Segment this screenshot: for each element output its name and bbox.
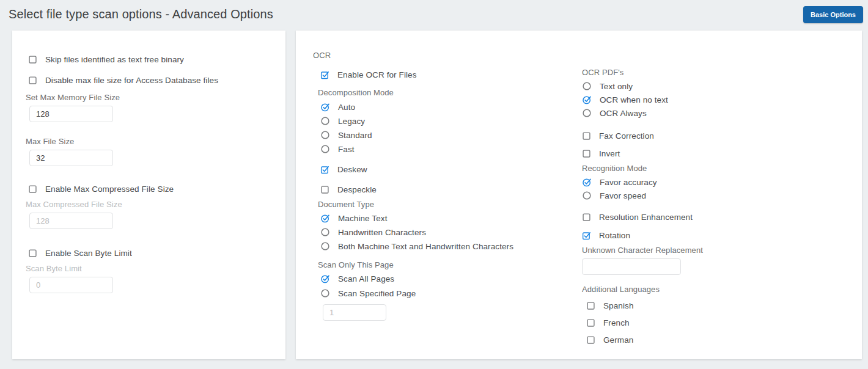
scan-byte-limit-input xyxy=(29,277,113,293)
checkbox-fax-correction[interactable]: Fax Correction xyxy=(582,131,847,141)
radio-unselected-icon xyxy=(320,116,330,126)
specified-page-input xyxy=(323,304,386,321)
checkbox-deskew[interactable]: Deskew xyxy=(320,165,582,174)
radio-label: Favor speed xyxy=(600,191,646,200)
radio-label: Standard xyxy=(338,131,372,140)
checkbox-label: Resolution Enhancement xyxy=(599,213,693,222)
checkbox-checked-icon xyxy=(320,70,329,79)
checkbox-unchecked-icon xyxy=(320,185,329,194)
radio-label: Scan All Pages xyxy=(338,274,394,283)
radio-label: Handwritten Characters xyxy=(338,228,426,237)
checkbox-unchecked-icon xyxy=(586,318,595,327)
radio-doc-machine-text[interactable]: Machine Text xyxy=(320,213,582,223)
ocr-heading: OCR xyxy=(313,51,582,60)
radio-pdf-text-only[interactable]: Text only xyxy=(582,81,847,91)
unknown-char-replacement-label: Unknown Character Replacement xyxy=(582,246,847,255)
checkbox-unchecked-icon xyxy=(28,76,37,85)
checkbox-checked-icon xyxy=(582,231,591,240)
radio-favor-speed[interactable]: Favor speed xyxy=(582,191,847,200)
radio-scan-specified-page[interactable]: Scan Specified Page xyxy=(320,288,582,298)
ocr-pdf-column: OCR PDF's Text only OCR when no text OCR… xyxy=(582,68,847,359)
checkbox-language-german[interactable]: German xyxy=(586,335,847,345)
checkbox-label: Enable OCR for Files xyxy=(337,70,417,79)
max-file-size-input[interactable] xyxy=(29,150,113,166)
checkbox-language-french[interactable]: French xyxy=(586,318,847,327)
radio-label: Legacy xyxy=(338,117,365,126)
checkbox-label: Enable Max Compressed File Size xyxy=(45,184,174,194)
radio-unselected-icon xyxy=(582,108,592,118)
radio-decomposition-auto[interactable]: Auto xyxy=(320,102,582,112)
scan-only-this-page-heading: Scan Only This Page xyxy=(318,260,582,269)
checkbox-despeckle[interactable]: Despeckle xyxy=(320,185,582,194)
checkbox-language-spanish[interactable]: Spanish xyxy=(586,301,847,310)
radio-label: OCR Always xyxy=(600,109,647,118)
checkbox-checked-icon xyxy=(320,165,329,174)
checkbox-enable-scan-byte-limit[interactable]: Enable Scan Byte Limit xyxy=(28,249,271,258)
checkbox-unchecked-icon xyxy=(28,55,37,64)
radio-unselected-icon xyxy=(582,81,592,91)
radio-doc-handwritten[interactable]: Handwritten Characters xyxy=(320,227,582,237)
checkbox-label: Fax Correction xyxy=(599,131,654,141)
radio-unselected-icon xyxy=(320,241,330,251)
checkbox-unchecked-icon xyxy=(582,131,591,141)
radio-doc-both[interactable]: Both Machine Text and Handwritten Charac… xyxy=(320,241,582,251)
radio-label: OCR when no text xyxy=(600,95,668,104)
radio-pdf-ocr-when-no-text[interactable]: OCR when no text xyxy=(582,95,847,104)
max-file-size-label: Max File Size xyxy=(26,137,271,146)
checkbox-invert[interactable]: Invert xyxy=(582,149,847,158)
ocr-pdfs-heading: OCR PDF's xyxy=(582,68,847,77)
checkbox-rotation[interactable]: Rotation xyxy=(582,231,847,240)
checkbox-unchecked-icon xyxy=(28,184,37,194)
checkbox-label: French xyxy=(603,318,630,327)
checkbox-disable-max-access-db[interactable]: Disable max file size for Access Databas… xyxy=(28,76,271,85)
radio-selected-icon xyxy=(320,213,330,223)
recognition-mode-heading: Recognition Mode xyxy=(582,164,847,173)
radio-unselected-icon xyxy=(320,144,330,154)
radio-label: Both Machine Text and Handwritten Charac… xyxy=(338,242,513,251)
radio-unselected-icon xyxy=(320,130,330,140)
checkbox-enable-max-compressed[interactable]: Enable Max Compressed File Size xyxy=(28,184,271,194)
document-type-heading: Document Type xyxy=(318,200,582,209)
checkbox-label: Skip files identified as text free binar… xyxy=(45,55,184,64)
page-header: Select file type scan options - Advanced… xyxy=(0,0,868,31)
radio-decomposition-standard[interactable]: Standard xyxy=(320,130,582,140)
radio-selected-icon xyxy=(320,102,330,112)
set-max-memory-input[interactable] xyxy=(29,106,113,122)
decomposition-mode-heading: Decomposition Mode xyxy=(318,88,582,97)
checkbox-unchecked-icon xyxy=(586,335,595,345)
radio-decomposition-fast[interactable]: Fast xyxy=(320,144,582,154)
main-content: Skip files identified as text free binar… xyxy=(12,31,862,360)
radio-label: Favor accuracy xyxy=(600,178,657,187)
checkbox-unchecked-icon xyxy=(28,249,37,258)
radio-label: Scan Specified Page xyxy=(338,289,416,298)
page-title: Select file type scan options - Advanced… xyxy=(9,6,273,21)
ocr-column: OCR Enable OCR for Files Decomposition M… xyxy=(313,51,582,359)
checkbox-resolution-enhancement[interactable]: Resolution Enhancement xyxy=(582,213,847,222)
radio-favor-accuracy[interactable]: Favor accuracy xyxy=(582,177,847,187)
max-compressed-input xyxy=(29,213,113,229)
radio-decomposition-legacy[interactable]: Legacy xyxy=(320,116,582,126)
checkbox-label: Rotation xyxy=(599,231,630,240)
checkbox-unchecked-icon xyxy=(582,149,591,158)
radio-label: Machine Text xyxy=(338,214,388,223)
checkbox-skip-text-free-binary[interactable]: Skip files identified as text free binar… xyxy=(28,55,271,64)
radio-label: Auto xyxy=(338,103,355,112)
checkbox-label: Invert xyxy=(599,149,620,158)
radio-pdf-ocr-always[interactable]: OCR Always xyxy=(582,108,847,118)
radio-selected-icon xyxy=(320,274,330,283)
checkbox-label: Deskew xyxy=(337,165,367,174)
checkbox-enable-ocr[interactable]: Enable OCR for Files xyxy=(320,70,582,79)
checkbox-unchecked-icon xyxy=(582,213,591,222)
unknown-char-replacement-input[interactable] xyxy=(582,258,681,275)
radio-selected-icon xyxy=(582,95,592,104)
additional-languages-heading: Additional Languages xyxy=(582,285,847,294)
file-size-options-panel: Skip files identified as text free binar… xyxy=(12,31,285,359)
radio-unselected-icon xyxy=(320,288,330,298)
radio-label: Fast xyxy=(338,145,355,154)
basic-options-button[interactable]: Basic Options xyxy=(803,6,863,23)
radio-scan-all-pages[interactable]: Scan All Pages xyxy=(320,274,582,283)
checkbox-label: German xyxy=(603,335,633,345)
checkbox-unchecked-icon xyxy=(586,301,595,310)
scan-byte-limit-label: Scan Byte Limit xyxy=(26,264,271,273)
checkbox-label: Enable Scan Byte Limit xyxy=(45,249,132,258)
